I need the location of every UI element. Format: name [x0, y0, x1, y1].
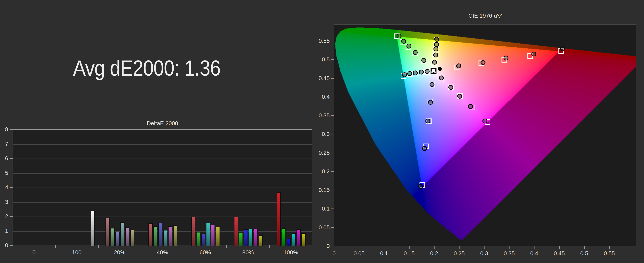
- cie-ytick-label-0.5: 0.5: [312, 56, 330, 63]
- deltae-ytick-6: [10, 158, 12, 159]
- deltae-ytick-label-8: 8: [1, 126, 8, 133]
- deltae-xlabel-100: 100: [55, 249, 98, 256]
- bar-100%-yellow: [301, 233, 306, 246]
- cie-measured-point-red-80%: [531, 52, 536, 56]
- deltae-xtick-6: [269, 246, 270, 248]
- deltae-xtick-3: [141, 246, 142, 248]
- cie-ytick-label-0.55: 0.55: [312, 37, 330, 44]
- bar-20%-red: [106, 218, 110, 246]
- deltae-ytick-8: [10, 129, 12, 130]
- cie-xtick-0.3: [484, 246, 484, 249]
- cie-ytick-label-0.25: 0.25: [312, 150, 330, 156]
- deltae-ytick-3: [10, 202, 12, 202]
- bar-80%-red: [234, 217, 238, 246]
- bar-80%-green: [239, 233, 243, 246]
- cie-measured-point-blue-80%: [422, 146, 427, 151]
- cie-xtick-label-0.5: 0.5: [574, 250, 594, 257]
- cie-measured-point-blue-60%: [425, 119, 430, 124]
- cie-ytick-label-0.3: 0.3: [312, 131, 330, 137]
- cie-ytick-0.55: [331, 41, 334, 41]
- cie-xtick-0.4: [534, 246, 534, 249]
- deltae-plot-area: [12, 129, 312, 246]
- deltae-xlabel-80%: 80%: [226, 249, 269, 256]
- cie-xtick-label-0.45: 0.45: [549, 250, 569, 257]
- cie-ytick-0.05: [331, 227, 334, 228]
- cie-chart-title: CIE 1976 u'v': [334, 12, 636, 19]
- deltae-ytick-5: [10, 173, 12, 173]
- cie-ytick-label-0.4: 0.4: [312, 93, 330, 100]
- cie-measured-point-green-20%: [422, 58, 426, 63]
- cie-measured-point-green-100%: [396, 33, 401, 38]
- deltae-ytick-2: [10, 216, 12, 217]
- bar-100%-blue: [286, 239, 291, 246]
- cie-xtick-label-0.15: 0.15: [399, 250, 419, 257]
- bar-20%-cyan: [120, 222, 124, 246]
- cie-ytick-label-0: 0: [312, 243, 330, 249]
- cie-ytick-0.35: [331, 115, 334, 116]
- bar-40%-green: [153, 226, 158, 246]
- cie-measured-point-red-100%: [560, 47, 565, 51]
- cie-measured-point-magenta-60%: [457, 94, 462, 99]
- cie-measured-point-red-60%: [504, 56, 508, 60]
- deltae-ytick-label-4: 4: [1, 184, 8, 191]
- bar-40%-yellow: [173, 226, 177, 246]
- deltae-ytick-label-0: 0: [1, 242, 8, 249]
- cie-ytick-label-0.1: 0.1: [312, 205, 330, 212]
- bar-40%-red: [148, 223, 152, 246]
- deltae-ytick-label-2: 2: [1, 213, 8, 220]
- cie-measured-point-blue-100%: [418, 184, 423, 189]
- bar-20%-yellow: [130, 230, 134, 246]
- bar-80%-yellow: [258, 235, 263, 246]
- bar-100-white: [91, 211, 95, 246]
- deltae-ytick-4: [10, 187, 12, 188]
- cie-xtick-label-0.25: 0.25: [449, 250, 469, 257]
- cie-measured-point-cyan-80%: [407, 71, 412, 76]
- cie-ytick-0.4: [331, 97, 334, 97]
- deltae-xlabel-40%: 40%: [141, 249, 184, 256]
- cie-measured-point-magenta-20%: [439, 75, 444, 80]
- bar-80%-magenta: [254, 229, 258, 246]
- deltae-ytick-label-7: 7: [1, 141, 8, 147]
- bar-60%-yellow: [216, 227, 220, 246]
- bar-60%-blue: [201, 234, 205, 246]
- gridline-3: [13, 202, 312, 203]
- cie-xtick-label-0.1: 0.1: [374, 250, 394, 257]
- deltae-xtick-1: [55, 246, 56, 248]
- cie-ytick-0.2: [331, 171, 334, 172]
- bar-80%-blue: [244, 229, 248, 246]
- deltae-ytick-1: [10, 231, 12, 231]
- cie-xtick-label-0.3: 0.3: [474, 250, 494, 257]
- cie-xtick-label-0.2: 0.2: [424, 250, 444, 257]
- cie-measured-point-cyan-100%: [402, 72, 407, 77]
- cie-ytick-label-0.45: 0.45: [312, 75, 330, 81]
- bar-20%-magenta: [125, 228, 130, 246]
- cie-measured-point-red-40%: [481, 60, 486, 65]
- bar-40%-cyan: [163, 230, 167, 246]
- cie-measured-point-green-60%: [406, 44, 411, 49]
- cie-ytick-label-0.05: 0.05: [312, 224, 330, 231]
- cie-ytick-0.15: [331, 190, 334, 190]
- bar-60%-green: [196, 232, 200, 246]
- cie-measured-point-cyan-60%: [413, 70, 418, 75]
- cie-xtick-0.25: [459, 246, 460, 249]
- cie-measured-point-yellow-40%: [433, 53, 438, 57]
- cie-measured-point-magenta-100%: [482, 118, 487, 123]
- deltae-xtick-4: [184, 246, 184, 248]
- cie-xtick-label-0.05: 0.05: [349, 250, 369, 257]
- bar-20%-green: [110, 228, 115, 246]
- cie-measured-point-yellow-80%: [434, 42, 439, 47]
- deltae-xlabel-100%: 100%: [270, 249, 312, 256]
- deltae-ytick-label-3: 3: [1, 199, 8, 205]
- cie-measured-point-green-80%: [401, 39, 406, 44]
- cie-xtick-0.35: [509, 246, 510, 249]
- cie-xtick-0.45: [559, 246, 560, 249]
- cie-measured-point-yellow-100%: [434, 37, 439, 41]
- bar-60%-magenta: [211, 225, 215, 246]
- deltae-xtick-2: [98, 246, 98, 248]
- deltae-ytick-0: [10, 245, 12, 246]
- bar-100%-cyan: [292, 233, 296, 246]
- cie-white-point-measured-dot: [438, 67, 442, 71]
- cie-ytick-label-0.2: 0.2: [312, 168, 330, 175]
- cie-xtick-0.55: [609, 246, 610, 249]
- bar-80%-cyan: [249, 229, 253, 246]
